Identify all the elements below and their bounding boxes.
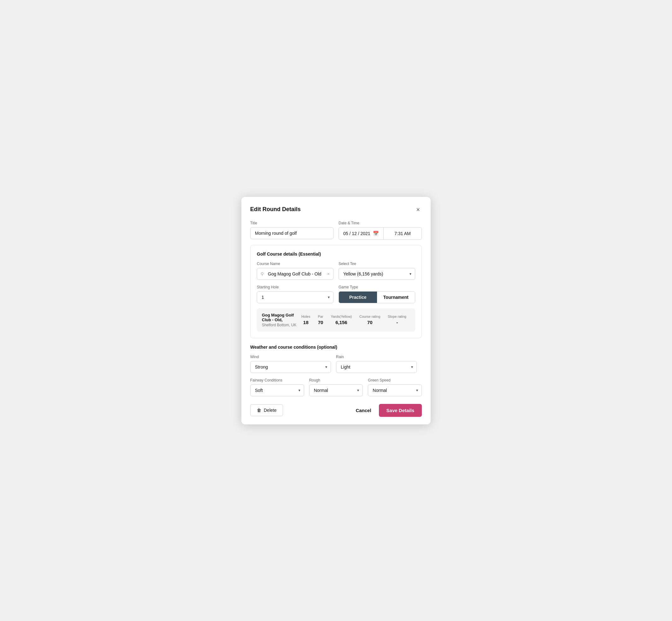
course-rating-value: 70 — [359, 320, 380, 325]
modal-header: Edit Round Details × — [250, 206, 422, 213]
holes-value: 18 — [301, 320, 310, 325]
slope-rating-label: Slope rating — [388, 315, 406, 318]
rough-group: Rough ShortNormalLongThick ▾ — [309, 378, 363, 396]
date-part[interactable]: 05 / 12 / 2021 📅 — [339, 227, 384, 240]
time-value: 7:31 AM — [394, 231, 411, 236]
golf-section-title: Golf Course details (Essential) — [257, 251, 415, 256]
calendar-icon: 📅 — [373, 231, 379, 236]
rain-wrap: NoneLightModerateHeavy ▾ — [336, 361, 417, 373]
save-button[interactable]: Save Details — [379, 404, 422, 417]
rough-dropdown[interactable]: ShortNormalLongThick — [309, 384, 363, 396]
holes-label: Holes — [301, 315, 310, 318]
green-speed-group: Green Speed SlowNormalFastVery Fast ▾ — [368, 378, 422, 396]
green-speed-dropdown[interactable]: SlowNormalFastVery Fast — [368, 384, 422, 396]
game-type-label: Game Type — [339, 285, 415, 289]
green-speed-wrap: SlowNormalFastVery Fast ▾ — [368, 384, 422, 396]
yards-label: Yards(Yellow) — [331, 315, 352, 318]
clear-icon[interactable]: × — [327, 272, 330, 277]
game-type-toggle: Practice Tournament — [339, 291, 415, 303]
select-tee-group: Select Tee Yellow (6,156 yards) White Re… — [339, 261, 415, 280]
course-name-display: Gog Magog Golf Club - Old, — [262, 313, 297, 322]
fairway-group: Fairway Conditions DryNormalSoftWet ▾ — [250, 378, 304, 396]
time-part[interactable]: 7:31 AM — [384, 227, 421, 240]
par-label: Par — [318, 315, 323, 318]
golf-course-section: Golf Course details (Essential) Course N… — [250, 245, 422, 338]
select-tee-dropdown[interactable]: Yellow (6,156 yards) White Red Blue — [339, 268, 415, 280]
course-tee-row: Course Name ⚲ × Select Tee Yellow (6,156… — [257, 261, 415, 280]
select-tee-label: Select Tee — [339, 261, 415, 266]
course-name-group: Course Name ⚲ × — [257, 261, 333, 280]
starting-hole-label: Starting Hole — [257, 285, 333, 289]
yards-value: 6,156 — [331, 320, 352, 325]
delete-label: Delete — [264, 408, 277, 413]
practice-button[interactable]: Practice — [339, 292, 377, 303]
weather-section: Weather and course conditions (optional)… — [250, 344, 422, 396]
course-stat-holes: Holes 18 — [297, 315, 314, 325]
wind-rain-row: Wind CalmLightModerate StrongVery Strong… — [250, 355, 422, 373]
fairway-label: Fairway Conditions — [250, 378, 304, 382]
modal-footer: 🗑 Delete Cancel Save Details — [250, 404, 422, 417]
course-name-label: Course Name — [257, 261, 333, 266]
footer-right: Cancel Save Details — [353, 404, 422, 417]
wind-dropdown[interactable]: CalmLightModerate StrongVery Strong — [250, 361, 331, 373]
par-value: 70 — [318, 320, 323, 325]
course-rating-label: Course rating — [359, 315, 380, 318]
cancel-button[interactable]: Cancel — [353, 405, 374, 416]
trash-icon: 🗑 — [257, 408, 261, 413]
datetime-group: Date & Time 05 / 12 / 2021 📅 7:31 AM — [339, 221, 422, 240]
course-info-row: Gog Magog Golf Club - Old, Shelford Bott… — [257, 308, 415, 332]
tournament-button[interactable]: Tournament — [377, 292, 415, 303]
starting-hole-wrap: 1234 5678 910 ▾ — [257, 291, 333, 303]
rain-group: Rain NoneLightModerateHeavy ▾ — [336, 355, 417, 373]
green-speed-label: Green Speed — [368, 378, 422, 382]
rough-label: Rough — [309, 378, 363, 382]
title-row: Title Date & Time 05 / 12 / 2021 📅 7:31 … — [250, 221, 422, 240]
course-stat-yards: Yards(Yellow) 6,156 — [327, 315, 356, 325]
select-tee-wrap: Yellow (6,156 yards) White Red Blue ▾ — [339, 268, 415, 280]
fairway-dropdown[interactable]: DryNormalSoftWet — [250, 384, 304, 396]
title-label: Title — [250, 221, 333, 225]
rain-label: Rain — [336, 355, 417, 359]
course-stat-course-rating: Course rating 70 — [355, 315, 384, 325]
course-name-input[interactable] — [257, 268, 333, 280]
close-button[interactable]: × — [414, 206, 422, 213]
date-time-group: 05 / 12 / 2021 📅 7:31 AM — [339, 227, 422, 240]
datetime-label: Date & Time — [339, 221, 422, 225]
course-stat-slope-rating: Slope rating - — [384, 315, 410, 325]
starting-hole-group: Starting Hole 1234 5678 910 ▾ — [257, 285, 333, 303]
fairway-rough-green-row: Fairway Conditions DryNormalSoftWet ▾ Ro… — [250, 378, 422, 396]
delete-button[interactable]: 🗑 Delete — [250, 404, 283, 416]
title-input[interactable] — [250, 227, 333, 239]
date-value: 05 / 12 / 2021 — [343, 231, 370, 236]
slope-rating-value: - — [388, 320, 406, 325]
course-location: Shelford Bottom, UK — [262, 323, 297, 327]
search-icon: ⚲ — [261, 272, 264, 277]
modal-title: Edit Round Details — [250, 206, 301, 213]
rain-dropdown[interactable]: NoneLightModerateHeavy — [336, 361, 417, 373]
weather-section-title: Weather and course conditions (optional) — [250, 344, 422, 349]
wind-label: Wind — [250, 355, 331, 359]
course-info-name: Gog Magog Golf Club - Old, Shelford Bott… — [262, 313, 297, 327]
starting-hole-dropdown[interactable]: 1234 5678 910 — [257, 291, 333, 303]
wind-group: Wind CalmLightModerate StrongVery Strong… — [250, 355, 331, 373]
hole-gametype-row: Starting Hole 1234 5678 910 ▾ Game Type … — [257, 285, 415, 303]
rough-wrap: ShortNormalLongThick ▾ — [309, 384, 363, 396]
course-stat-par: Par 70 — [314, 315, 327, 325]
edit-round-modal: Edit Round Details × Title Date & Time 0… — [241, 197, 431, 424]
fairway-wrap: DryNormalSoftWet ▾ — [250, 384, 304, 396]
wind-wrap: CalmLightModerate StrongVery Strong ▾ — [250, 361, 331, 373]
title-group: Title — [250, 221, 333, 240]
game-type-group: Game Type Practice Tournament — [339, 285, 415, 303]
course-name-search-wrap: ⚲ × — [257, 268, 333, 280]
